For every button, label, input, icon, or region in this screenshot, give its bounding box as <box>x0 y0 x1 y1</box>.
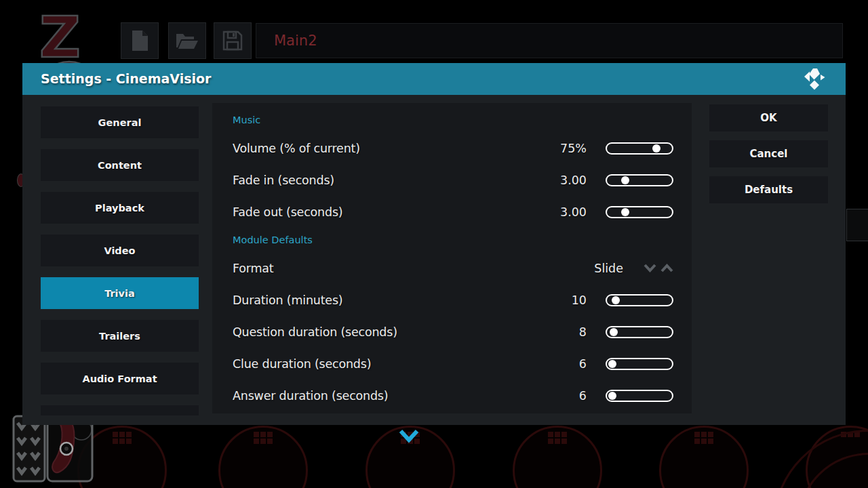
slider-knob[interactable] <box>652 144 660 152</box>
setting-row-format[interactable]: Format Slide <box>233 252 673 284</box>
question-duration-slider[interactable] <box>606 326 673 338</box>
fade-in-slider[interactable] <box>606 174 673 186</box>
setting-label: Volume (% of current) <box>233 142 559 155</box>
open-folder-icon <box>176 31 199 50</box>
dialog-title: Settings - CinemaVisior <box>22 63 846 95</box>
setting-row-answer-duration[interactable]: Answer duration (seconds) 6 <box>233 380 673 411</box>
setting-value: 3.00 <box>559 205 587 219</box>
answer-duration-slider[interactable] <box>606 390 673 402</box>
setting-value: 10 <box>559 293 587 307</box>
chevron-up-icon[interactable] <box>660 264 673 272</box>
format-select[interactable] <box>644 264 673 272</box>
setting-row-fade-out[interactable]: Fade out (seconds) 3.00 <box>233 196 673 228</box>
setting-value: Slide <box>594 262 623 275</box>
film-reel-decoration <box>218 426 308 488</box>
setting-row-clue-duration[interactable]: Clue duration (seconds) 6 <box>233 348 673 380</box>
sidebar-item-content[interactable]: Content <box>41 149 199 181</box>
section-label: Music <box>233 115 260 125</box>
settings-panel: Music Volume (% of current) 75% Fade in … <box>212 103 692 413</box>
film-reel-decoration <box>513 426 602 488</box>
section-label: Module Defaults <box>233 235 313 245</box>
clue-duration-slider[interactable] <box>606 358 673 370</box>
duration-slider[interactable] <box>606 294 673 306</box>
fade-out-slider[interactable] <box>606 206 673 218</box>
background-panel-fragment <box>846 209 868 241</box>
save-button-toolbar[interactable] <box>214 22 252 59</box>
kodi-logo-icon <box>804 68 828 91</box>
slider-knob[interactable] <box>610 328 618 336</box>
volume-slider[interactable] <box>606 142 673 155</box>
setting-label: Fade in (seconds) <box>233 174 559 187</box>
setting-value: 8 <box>559 325 587 339</box>
settings-dialog: Settings - CinemaVisior General Content … <box>22 63 846 425</box>
film-strip-decoration <box>5 415 121 488</box>
setting-row-question-duration[interactable]: Question duration (seconds) 8 <box>233 316 673 348</box>
setting-value: 3.00 <box>559 174 587 187</box>
save-icon <box>222 30 243 51</box>
background-app-logo: Z <box>34 4 108 69</box>
slider-knob[interactable] <box>621 176 629 184</box>
sidebar-item-trivia[interactable]: Trivia <box>41 277 199 309</box>
defaults-button[interactable]: Defaults <box>709 176 828 203</box>
new-file-icon <box>130 30 150 52</box>
dialog-actions: OK Cancel Defaults <box>709 104 828 212</box>
sidebar-item-video[interactable]: Video <box>41 235 199 266</box>
sidebar-item-trailers[interactable]: Trailers <box>41 320 199 352</box>
setting-value: 6 <box>559 357 587 371</box>
sequence-name-field[interactable]: Main2 <box>256 23 843 58</box>
new-file-button[interactable] <box>121 22 159 59</box>
category-list: General Content Playback Video Trivia Tr… <box>41 106 199 415</box>
slider-knob[interactable] <box>608 392 616 400</box>
setting-value: 6 <box>559 389 587 403</box>
chevron-down-icon[interactable] <box>644 264 656 272</box>
setting-row-fade-in[interactable]: Fade in (seconds) 3.00 <box>233 164 673 196</box>
sidebar-item-playback[interactable]: Playback <box>41 192 199 224</box>
setting-label: Fade out (seconds) <box>233 205 559 219</box>
svg-text:Z: Z <box>39 4 81 69</box>
setting-label: Question duration (seconds) <box>233 325 559 339</box>
open-file-button[interactable] <box>168 22 206 59</box>
sidebar-item-audio-format[interactable]: Audio Format <box>41 363 199 394</box>
section-header-music: Music <box>233 108 673 132</box>
sidebar-item-general[interactable]: General <box>41 106 199 138</box>
setting-label: Duration (minutes) <box>233 293 559 307</box>
scroll-down-button[interactable] <box>399 428 419 447</box>
section-header-module-defaults: Module Defaults <box>233 228 673 252</box>
setting-label: Clue duration (seconds) <box>233 357 559 371</box>
chevron-down-icon <box>399 428 419 445</box>
film-reel-decoration <box>659 426 749 488</box>
slider-knob[interactable] <box>608 360 616 368</box>
dialog-header: Settings - CinemaVisior <box>22 63 846 95</box>
ok-button[interactable]: OK <box>709 104 828 131</box>
slider-knob[interactable] <box>612 296 620 304</box>
setting-row-duration[interactable]: Duration (minutes) 10 <box>233 284 673 316</box>
setting-label: Answer duration (seconds) <box>233 389 559 403</box>
setting-row-volume[interactable]: Volume (% of current) 75% <box>233 132 673 164</box>
setting-label: Format <box>233 262 594 275</box>
cancel-button[interactable]: Cancel <box>709 140 828 167</box>
setting-value: 75% <box>559 142 587 155</box>
sidebar-item-partial[interactable] <box>41 405 199 415</box>
slider-knob[interactable] <box>621 208 629 216</box>
